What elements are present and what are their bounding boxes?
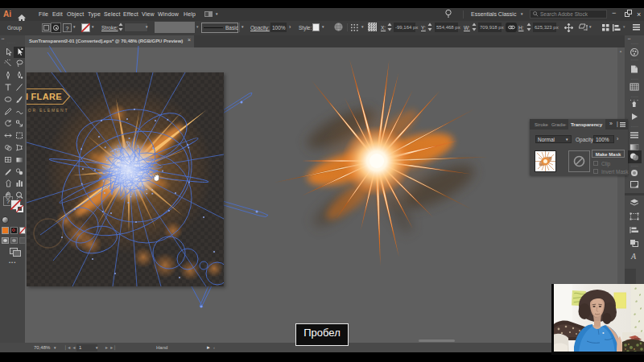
svg-text:A: A xyxy=(630,252,637,260)
svg-text:TOR ELEMENT: TOR ELEMENT xyxy=(27,108,68,113)
svg-text:N FLARE: N FLARE xyxy=(27,92,62,101)
